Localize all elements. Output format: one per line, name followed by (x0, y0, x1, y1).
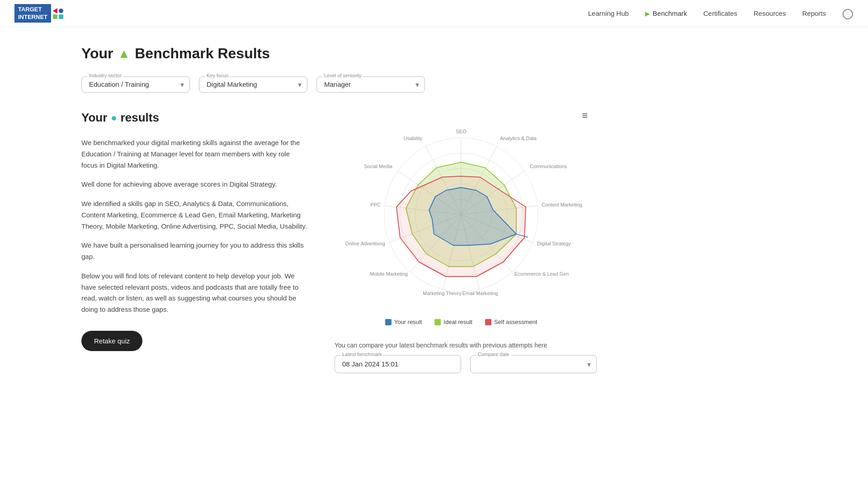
page-title: Your ▲ Benchmark Results (81, 45, 270, 62)
teal-square-icon (59, 14, 63, 19)
ideal-result-dot (434, 319, 441, 325)
blue-dot-icon (59, 9, 63, 13)
results-text-panel: Your ● results We benchmarked your digit… (81, 111, 307, 351)
svg-text:Digital Strategy: Digital Strategy (537, 241, 571, 246)
nav-links: Learning Hub ▶ Benchmark Certificates Re… (588, 8, 854, 19)
main-content: Your ▲ Benchmark Results Industry sector… (0, 27, 868, 391)
svg-text:PPC: PPC (370, 202, 381, 207)
svg-text:Online Advertising: Online Advertising (345, 241, 385, 246)
svg-text:Marketing Theory: Marketing Theory (423, 291, 462, 296)
header-triangle-icon: ▲ (118, 47, 131, 60)
logo-line1: TARGET (18, 6, 42, 13)
svg-text:Analytics & Data: Analytics & Data (500, 136, 537, 141)
nav-certificates[interactable]: Certificates (703, 9, 737, 17)
nav-benchmark[interactable]: ▶ Benchmark (645, 9, 687, 17)
logo-text: TARGET INTERNET (14, 4, 51, 23)
results-icon: ● (111, 112, 117, 124)
your-result-dot (385, 319, 392, 325)
latest-benchmark-label: Latest benchmark (340, 352, 383, 357)
svg-text:SEO: SEO (456, 129, 467, 134)
latest-benchmark-value: 08 Jan 2024 15:01 (342, 360, 398, 368)
seniority-filter: Level of seniority Manager Director Exec… (316, 76, 425, 93)
legend-your-result: Your result (385, 319, 422, 325)
results-para-5: Below you will find lots of relevant con… (81, 271, 307, 315)
results-section: Your ● results We benchmarked your digit… (81, 111, 787, 373)
chart-panel: ≡ (335, 111, 588, 373)
results-title: Your ● results (81, 111, 307, 125)
logo-line2: INTERNET (18, 14, 47, 20)
green-square-icon (53, 14, 57, 19)
filters-row: Industry sector Education / Training Tec… (81, 76, 787, 93)
nav-reports[interactable]: Reports (802, 9, 826, 17)
compare-inputs: Latest benchmark 08 Jan 2024 15:01 Compa… (335, 355, 588, 373)
retake-quiz-button[interactable]: Retake quiz (81, 331, 142, 351)
your-result-label: Your result (394, 319, 422, 325)
compare-date-field: Compare date ▾ (470, 355, 597, 373)
seniority-label: Level of seniority (322, 73, 363, 78)
compare-date-label: Compare date (476, 352, 511, 357)
self-assessment-dot (485, 319, 491, 325)
chart-legend: Your result Ideal result Self assessment (335, 319, 588, 325)
svg-text:Usability: Usability (403, 136, 422, 141)
logo[interactable]: TARGET INTERNET (14, 4, 63, 23)
benchmark-icon: ▶ (645, 10, 650, 17)
industry-label: Industry sector (87, 73, 123, 78)
legend-ideal-result: Ideal result (434, 319, 472, 325)
compare-section: You can compare your latest benchmark re… (335, 342, 588, 373)
results-para-2: Well done for achieving above average sc… (81, 179, 307, 190)
chart-menu-icon[interactable]: ≡ (582, 111, 588, 121)
seniority-select[interactable]: Manager Director Executive Entry Level (324, 80, 417, 88)
nav-learning-hub[interactable]: Learning Hub (588, 9, 629, 17)
key-focus-label: Key focus (205, 73, 230, 78)
legend-self-assessment: Self assessment (485, 319, 537, 325)
svg-text:Email Marketing: Email Marketing (462, 291, 498, 296)
key-focus-filter: Key focus Digital Marketing SEO Social M… (199, 76, 307, 93)
logo-icons (53, 8, 63, 19)
navbar: TARGET INTERNET Learning Hub ▶ Benchmark… (0, 0, 868, 27)
industry-filter: Industry sector Education / Training Tec… (81, 76, 190, 93)
compare-date-select[interactable] (478, 360, 589, 368)
svg-text:Ecommerce & Lead Gen: Ecommerce & Lead Gen (514, 271, 569, 277)
self-assessment-label: Self assessment (494, 319, 537, 325)
triangle-icon (53, 8, 57, 14)
ideal-result-label: Ideal result (443, 319, 472, 325)
latest-benchmark-field: Latest benchmark 08 Jan 2024 15:01 (335, 355, 461, 373)
page-header: Your ▲ Benchmark Results (81, 45, 787, 62)
nav-resources[interactable]: Resources (754, 9, 786, 17)
radar-chart: SEO Analytics & Data Communications Cont… (335, 120, 588, 310)
svg-text:Social Media: Social Media (364, 164, 393, 169)
results-para-4: We have built a personalised learning jo… (81, 240, 307, 263)
results-para-3: We identified a skills gap in SEO, Analy… (81, 198, 307, 232)
svg-text:Mobile Marketing: Mobile Marketing (370, 271, 408, 277)
results-para-1: We benchmarked your digital marketing sk… (81, 137, 307, 171)
industry-select[interactable]: Education / Training Technology Finance … (89, 80, 182, 88)
user-icon[interactable]: ◯ (842, 8, 854, 19)
svg-text:Communications: Communications (530, 164, 567, 169)
key-focus-select[interactable]: Digital Marketing SEO Social Media (207, 80, 300, 88)
svg-text:Content Marketing: Content Marketing (542, 202, 582, 207)
compare-description: You can compare your latest benchmark re… (335, 342, 588, 349)
